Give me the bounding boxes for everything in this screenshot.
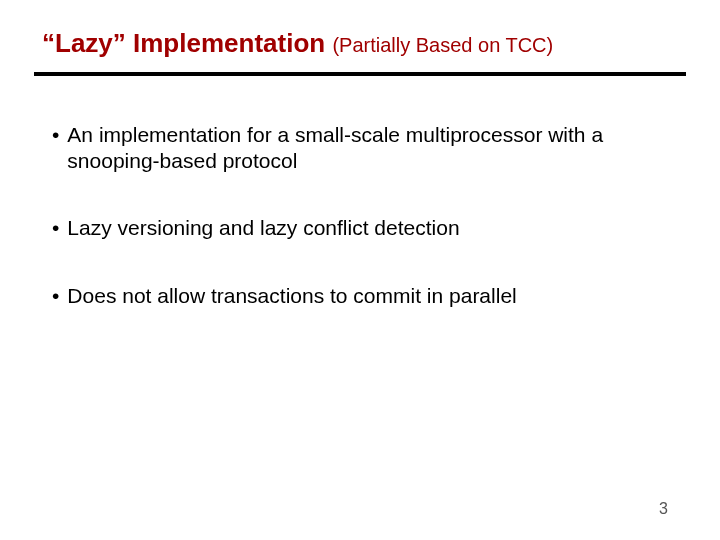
- title-sub: (Partially Based on TCC): [332, 34, 553, 56]
- list-item: • An implementation for a small-scale mu…: [52, 122, 668, 173]
- bullet-text: Lazy versioning and lazy conflict detect…: [67, 215, 668, 241]
- bullet-icon: •: [52, 122, 67, 173]
- bullet-text: Does not allow transactions to commit in…: [67, 283, 668, 309]
- title-main: “Lazy” Implementation: [42, 28, 332, 58]
- slide-title: “Lazy” Implementation (Partially Based o…: [42, 28, 678, 59]
- list-item: • Does not allow transactions to commit …: [52, 283, 668, 309]
- bullet-text: An implementation for a small-scale mult…: [67, 122, 668, 173]
- bullet-list: • An implementation for a small-scale mu…: [52, 122, 668, 350]
- list-item: • Lazy versioning and lazy conflict dete…: [52, 215, 668, 241]
- bullet-icon: •: [52, 215, 67, 241]
- bullet-icon: •: [52, 283, 67, 309]
- slide: “Lazy” Implementation (Partially Based o…: [0, 0, 720, 540]
- page-number: 3: [659, 500, 668, 518]
- title-divider: [34, 72, 686, 76]
